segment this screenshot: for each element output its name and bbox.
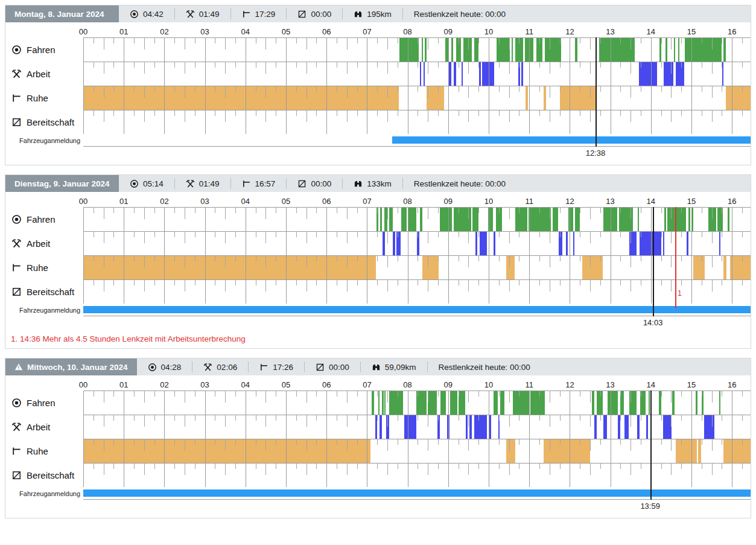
tick-mark — [590, 415, 591, 427]
arbeit-bar — [663, 415, 672, 439]
fahren-bar — [463, 37, 472, 62]
tick-mark — [265, 279, 266, 292]
tick-mark — [631, 463, 631, 475]
tick-mark — [307, 439, 307, 451]
fahren-bar — [688, 207, 690, 231]
violation-footnote: 1. 14:36 Mehr als 4.5 Stunden Lenkzeit m… — [11, 334, 751, 343]
availability-icon — [316, 363, 325, 372]
tick-mark — [215, 37, 215, 43]
tick-mark — [742, 390, 743, 397]
arbeit-bar — [466, 415, 468, 439]
binoculars-icon — [372, 363, 381, 372]
date-text: Dienstag, 9. Januar 2024 — [14, 179, 110, 188]
tick-mark — [580, 439, 580, 445]
tick-mark — [94, 463, 94, 469]
tick-mark — [438, 279, 439, 285]
binoculars-icon — [354, 179, 363, 188]
tick-mark — [620, 279, 621, 285]
tick-mark — [195, 62, 195, 68]
arbeit-bar — [449, 62, 451, 86]
tick-mark — [459, 439, 459, 445]
tick-mark — [307, 255, 307, 267]
tick-mark — [550, 439, 550, 451]
tick-mark — [418, 255, 418, 261]
tick-mark — [661, 279, 662, 285]
tick-mark — [712, 62, 713, 74]
tick-mark — [398, 110, 398, 116]
tick-mark — [387, 86, 388, 98]
fahren-bar — [389, 207, 393, 231]
fahren-bar — [575, 207, 579, 231]
tick-mark — [296, 86, 297, 92]
stat-distance-value: 133km — [367, 179, 392, 188]
tick-mark — [519, 62, 519, 68]
hour-line — [570, 37, 570, 134]
hour-label: 11 — [525, 27, 533, 36]
hour-label: 08 — [403, 27, 411, 36]
tick-mark — [459, 415, 459, 421]
tick-mark — [347, 110, 348, 122]
fahren-bar — [472, 207, 478, 231]
tick-mark — [276, 207, 276, 213]
tick-mark — [347, 390, 348, 403]
tick-mark — [185, 390, 185, 403]
arbeit-bar — [663, 231, 664, 255]
tick-mark — [387, 463, 388, 475]
tick-mark — [459, 390, 459, 397]
tick-mark — [560, 415, 561, 421]
tick-mark — [478, 110, 479, 116]
hour-line — [732, 207, 732, 304]
hour-line — [570, 207, 570, 304]
tick-mark — [225, 62, 226, 74]
tick-mark — [590, 279, 591, 292]
tick-mark — [94, 86, 94, 92]
tick-mark — [509, 279, 510, 292]
arbeit-bar — [482, 62, 494, 86]
tick-mark — [256, 207, 256, 213]
tick-mark — [195, 415, 195, 421]
tick-mark — [265, 390, 266, 403]
tick-mark — [428, 415, 428, 427]
tick-mark — [337, 86, 337, 92]
tick-mark — [276, 110, 276, 116]
tick-mark — [499, 86, 500, 92]
row-label-bereitschaft: Bereitschaft — [5, 279, 83, 304]
tick-mark — [316, 62, 317, 68]
tick-mark — [499, 110, 500, 116]
tick-mark — [215, 255, 215, 261]
tick-mark — [459, 110, 459, 116]
tick-mark — [316, 110, 317, 116]
tick-mark — [185, 231, 185, 243]
tick-mark — [468, 62, 469, 74]
tick-mark — [742, 231, 743, 237]
tick-mark — [428, 207, 428, 219]
tick-mark — [113, 62, 114, 68]
tick-mark — [722, 415, 722, 421]
tick-mark — [550, 86, 550, 98]
tick-mark — [712, 207, 713, 219]
hour-line — [408, 207, 408, 304]
date-label: Montag, 8. Januar 2024 — [5, 5, 119, 22]
tick-mark — [185, 279, 185, 292]
fahren-bar — [420, 207, 422, 231]
tick-mark — [468, 439, 469, 451]
tick-mark — [468, 207, 469, 219]
tick-mark — [185, 62, 185, 74]
hour-label: 03 — [200, 380, 209, 389]
fahren-bar — [515, 207, 527, 231]
fahren-bar — [422, 37, 423, 62]
tick-mark — [225, 37, 226, 49]
timeline-rail[interactable]: 1 — [83, 207, 751, 316]
timeline-rail[interactable] — [83, 37, 751, 147]
fahren-bar — [474, 37, 478, 62]
date-label: Mittwoch, 10. Januar 2024 — [5, 359, 137, 375]
tick-mark — [185, 207, 185, 219]
tick-mark — [225, 231, 226, 243]
tick-mark — [722, 463, 722, 469]
timeline-rail[interactable] — [83, 390, 751, 500]
hour-label: 00 — [79, 197, 87, 206]
tick-mark — [509, 255, 510, 267]
tick-mark — [174, 62, 175, 68]
tick-mark — [265, 62, 266, 74]
tick-mark — [144, 279, 145, 292]
